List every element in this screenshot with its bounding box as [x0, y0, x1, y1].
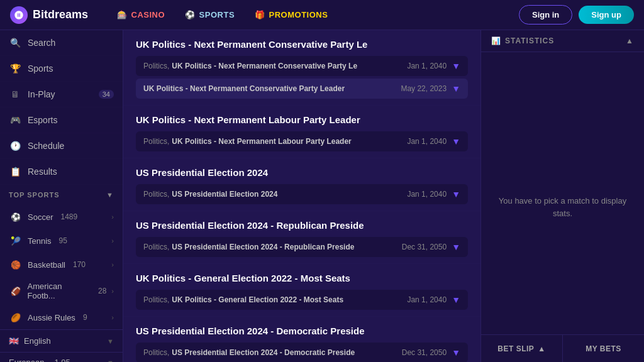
event-card[interactable]: UK Politics - Next Permanent Labour Part…: [123, 106, 480, 158]
sport-arrow: ›: [111, 261, 114, 268]
chevron-up-icon[interactable]: ▼: [452, 189, 460, 199]
sidebar-item-sports[interactable]: 🏆 Sports: [0, 56, 123, 82]
event-sub-row[interactable]: UK Politics - Next Permanent Conservativ…: [136, 79, 468, 99]
language-selector[interactable]: 🇬🇧 English ▼: [0, 330, 123, 352]
event-card[interactable]: US Presidential Election 2024 - Republic…: [123, 211, 480, 264]
sub-chevron-icon[interactable]: ▼: [452, 84, 460, 94]
chevron-up-icon[interactable]: ▼: [452, 136, 460, 146]
event-name: US Presidential Election 2024: [172, 190, 277, 199]
sport-name: Aussie Rules: [28, 313, 75, 322]
logo-text: Bitdreams: [33, 8, 88, 21]
event-row[interactable]: Politics, US Presidential Election 2024 …: [136, 184, 468, 204]
sport-count: 1489: [60, 212, 77, 221]
sport-icon: 🏈: [9, 284, 23, 298]
bet-slip-arrow: ▲: [538, 344, 545, 353]
event-name: UK Politics - General Election 2022 - Mo…: [172, 295, 343, 304]
sidebar-sport-item[interactable]: 🏈 American Footb... 28 ›: [0, 277, 123, 305]
events-container: UK Politics - Next Permanent Conservativ…: [123, 30, 480, 362]
sidebar-item-esports[interactable]: 🎮 Esports: [0, 107, 123, 133]
nav-promotions[interactable]: 🎁 PROMOTIONS: [246, 6, 336, 23]
event-name: US Presidential Election 2024 - Republic…: [172, 243, 354, 251]
event-row[interactable]: Politics, UK Politics - General Election…: [136, 290, 468, 310]
chevron-down-icon: ▼: [106, 191, 114, 199]
stats-panel: 📊 STATISTICS ▲ You have to pick a match …: [480, 30, 644, 362]
chevron-up-icon[interactable]: ▼: [452, 348, 460, 358]
event-row[interactable]: Politics, US Presidential Election 2024 …: [136, 237, 468, 257]
sport-count: 95: [59, 236, 67, 245]
event-date: Jan 1, 2040: [407, 295, 447, 304]
event-category: Politics,: [143, 243, 169, 251]
event-name: US Presidential Election 2024 - Democrat…: [172, 348, 355, 357]
sidebar-item-schedule[interactable]: 🕐 Schedule: [0, 133, 123, 159]
sidebar: 🔍 Search 🏆 Sports 🖥 In-Play 34 🎮 Esports…: [0, 30, 123, 362]
event-category: Politics,: [143, 62, 169, 70]
chevron-up-icon[interactable]: ▼: [452, 295, 460, 305]
nav-casino[interactable]: 🎰 CASINO: [108, 6, 174, 23]
sidebar-sport-item[interactable]: 🏀 Basketball 170 ›: [0, 253, 123, 277]
sidebar-item-search[interactable]: 🔍 Search: [0, 30, 123, 56]
sidebar-sport-item[interactable]: 🏉 Aussie Rules 9 ›: [0, 305, 123, 329]
sport-arrow: ›: [111, 213, 114, 221]
event-date: Jan 1, 2040: [407, 137, 447, 146]
logo-icon: [10, 6, 28, 24]
sidebar-sport-item[interactable]: 🎾 Tennis 95 ›: [0, 229, 123, 253]
bottom-bar: BET SLIP ▲ MY BETS: [480, 334, 644, 362]
lang-chevron: ▼: [107, 337, 114, 345]
event-title: US Presidential Election 2024 - Democrat…: [136, 326, 468, 336]
logo[interactable]: Bitdreams: [10, 6, 88, 24]
event-title: UK Politics - Next Permanent Conservativ…: [136, 39, 468, 50]
event-title: UK Politics - General Election 2022 - Mo…: [136, 273, 468, 283]
event-row[interactable]: Politics, UK Politics - Next Permanent C…: [136, 56, 468, 76]
casino-icon: 🎰: [117, 10, 128, 19]
sport-name: American Footb...: [28, 282, 91, 300]
odds-selector[interactable]: European 1.95 ▼: [0, 352, 123, 362]
sport-name: Basketball: [28, 260, 65, 270]
gamepad-icon: 🎮: [9, 114, 21, 126]
sidebar-sport-item[interactable]: ⚽ Soccer 1489 ›: [0, 205, 123, 229]
trophy-icon: 🏆: [9, 62, 21, 75]
bet-slip-label: BET SLIP: [497, 344, 534, 353]
event-name: UK Politics - Next Permanent Conservativ…: [172, 62, 357, 70]
nav-sports[interactable]: ⚽ SPORTS: [176, 6, 243, 23]
event-row[interactable]: Politics, US Presidential Election 2024 …: [136, 343, 468, 362]
event-row[interactable]: Politics, UK Politics - Next Permanent L…: [136, 131, 468, 151]
promotions-icon: 🎁: [255, 10, 265, 19]
my-bets-tab[interactable]: MY BETS: [563, 335, 644, 362]
stats-body: You have to pick a match to display stat…: [481, 52, 644, 362]
chevron-up-icon[interactable]: ▼: [452, 242, 460, 252]
event-title: US Presidential Election 2024 - Republic…: [136, 220, 468, 231]
sub-event-date: May 22, 2023: [401, 84, 447, 93]
main-layout: 🔍 Search 🏆 Sports 🖥 In-Play 34 🎮 Esports…: [0, 30, 644, 362]
bet-slip-tab[interactable]: BET SLIP ▲: [481, 335, 563, 362]
sport-icon: 🏀: [9, 258, 23, 272]
sidebar-item-inplay[interactable]: 🖥 In-Play 34: [0, 82, 123, 107]
top-sports-header[interactable]: TOP SPORTS ▼: [0, 185, 123, 205]
main-content: UK Politics - Next Permanent Conservativ…: [123, 30, 480, 362]
stats-collapse-icon[interactable]: ▲: [626, 36, 634, 45]
top-nav: Bitdreams 🎰 CASINO ⚽ SPORTS 🎁 PROMOTIONS…: [0, 0, 644, 30]
sub-event-name: UK Politics - Next Permanent Conservativ…: [143, 84, 345, 93]
sport-icon: ⚽: [9, 210, 23, 224]
sport-name: Tennis: [28, 236, 52, 246]
flag-icon: 🇬🇧: [9, 336, 19, 346]
sidebar-footer: 🇬🇧 English ▼ European 1.95 ▼ 💬 Support: [0, 329, 123, 362]
event-category: Politics,: [143, 190, 169, 199]
event-card[interactable]: US Presidential Election 2024 - Democrat…: [123, 317, 480, 362]
event-card[interactable]: US Presidential Election 2024 Politics, …: [123, 158, 480, 211]
sport-count: 28: [98, 287, 106, 295]
event-date: Jan 1, 2040: [407, 190, 447, 199]
event-card[interactable]: UK Politics - General Election 2022 - Mo…: [123, 264, 480, 317]
odds-value: 1.95: [54, 358, 70, 362]
event-category: Politics,: [143, 348, 169, 357]
event-title: US Presidential Election 2024: [136, 167, 468, 178]
sidebar-item-results[interactable]: 📋 Results: [0, 159, 123, 185]
event-card[interactable]: UK Politics - Next Permanent Conservativ…: [123, 30, 480, 106]
chevron-up-icon[interactable]: ▼: [452, 61, 460, 71]
event-title: UK Politics - Next Permanent Labour Part…: [136, 114, 468, 125]
stats-header[interactable]: 📊 STATISTICS ▲: [481, 30, 644, 52]
signup-button[interactable]: Sign up: [579, 6, 634, 24]
inplay-badge: 34: [99, 90, 114, 99]
odds-chevron: ▼: [107, 359, 114, 363]
signin-button[interactable]: Sign in: [519, 5, 572, 25]
event-category: Politics,: [143, 295, 169, 304]
